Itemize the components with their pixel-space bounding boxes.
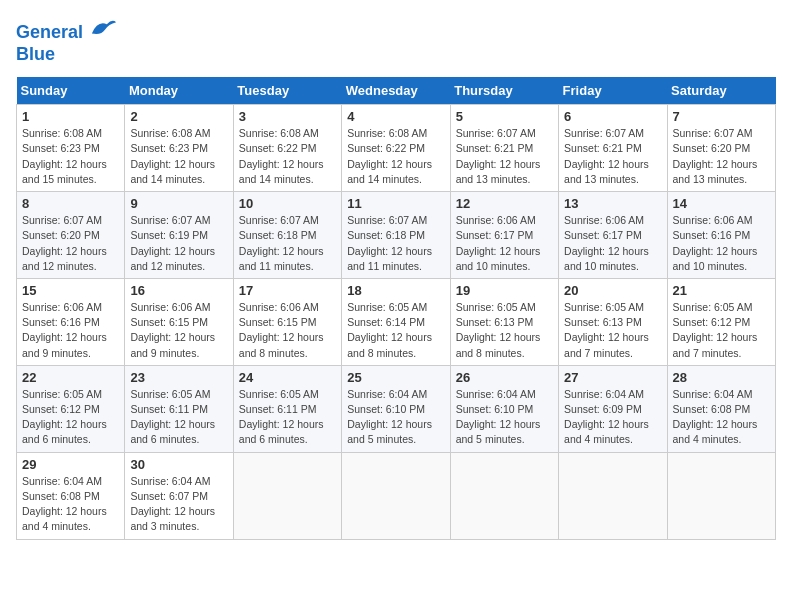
- day-header-tuesday: Tuesday: [233, 77, 341, 105]
- week-row-2: 8Sunrise: 6:07 AMSunset: 6:20 PMDaylight…: [17, 192, 776, 279]
- day-number: 18: [347, 283, 444, 298]
- day-info: Sunrise: 6:04 AMSunset: 6:10 PMDaylight:…: [347, 387, 444, 448]
- week-row-1: 1Sunrise: 6:08 AMSunset: 6:23 PMDaylight…: [17, 105, 776, 192]
- day-number: 19: [456, 283, 553, 298]
- week-row-3: 15Sunrise: 6:06 AMSunset: 6:16 PMDayligh…: [17, 278, 776, 365]
- calendar-cell: 16Sunrise: 6:06 AMSunset: 6:15 PMDayligh…: [125, 278, 233, 365]
- calendar-body: 1Sunrise: 6:08 AMSunset: 6:23 PMDaylight…: [17, 105, 776, 539]
- day-info: Sunrise: 6:08 AMSunset: 6:23 PMDaylight:…: [22, 126, 119, 187]
- day-info: Sunrise: 6:04 AMSunset: 6:07 PMDaylight:…: [130, 474, 227, 535]
- day-number: 24: [239, 370, 336, 385]
- calendar-cell: 9Sunrise: 6:07 AMSunset: 6:19 PMDaylight…: [125, 192, 233, 279]
- day-number: 8: [22, 196, 119, 211]
- day-info: Sunrise: 6:06 AMSunset: 6:15 PMDaylight:…: [130, 300, 227, 361]
- day-number: 7: [673, 109, 770, 124]
- day-number: 6: [564, 109, 661, 124]
- calendar-cell: 24Sunrise: 6:05 AMSunset: 6:11 PMDayligh…: [233, 365, 341, 452]
- day-info: Sunrise: 6:06 AMSunset: 6:16 PMDaylight:…: [22, 300, 119, 361]
- calendar-cell: 11Sunrise: 6:07 AMSunset: 6:18 PMDayligh…: [342, 192, 450, 279]
- day-number: 17: [239, 283, 336, 298]
- day-header-sunday: Sunday: [17, 77, 125, 105]
- calendar-cell: [667, 452, 775, 539]
- day-number: 22: [22, 370, 119, 385]
- day-header-monday: Monday: [125, 77, 233, 105]
- calendar-cell: 22Sunrise: 6:05 AMSunset: 6:12 PMDayligh…: [17, 365, 125, 452]
- calendar-cell: 25Sunrise: 6:04 AMSunset: 6:10 PMDayligh…: [342, 365, 450, 452]
- day-info: Sunrise: 6:05 AMSunset: 6:12 PMDaylight:…: [673, 300, 770, 361]
- calendar-table: SundayMondayTuesdayWednesdayThursdayFrid…: [16, 77, 776, 539]
- day-info: Sunrise: 6:07 AMSunset: 6:19 PMDaylight:…: [130, 213, 227, 274]
- day-info: Sunrise: 6:05 AMSunset: 6:14 PMDaylight:…: [347, 300, 444, 361]
- day-number: 2: [130, 109, 227, 124]
- day-info: Sunrise: 6:06 AMSunset: 6:16 PMDaylight:…: [673, 213, 770, 274]
- day-info: Sunrise: 6:07 AMSunset: 6:20 PMDaylight:…: [22, 213, 119, 274]
- day-number: 11: [347, 196, 444, 211]
- day-info: Sunrise: 6:04 AMSunset: 6:10 PMDaylight:…: [456, 387, 553, 448]
- calendar-header: SundayMondayTuesdayWednesdayThursdayFrid…: [17, 77, 776, 105]
- calendar-cell: 21Sunrise: 6:05 AMSunset: 6:12 PMDayligh…: [667, 278, 775, 365]
- calendar-cell: 29Sunrise: 6:04 AMSunset: 6:08 PMDayligh…: [17, 452, 125, 539]
- day-number: 12: [456, 196, 553, 211]
- calendar-cell: 28Sunrise: 6:04 AMSunset: 6:08 PMDayligh…: [667, 365, 775, 452]
- day-info: Sunrise: 6:07 AMSunset: 6:21 PMDaylight:…: [564, 126, 661, 187]
- day-number: 16: [130, 283, 227, 298]
- day-info: Sunrise: 6:05 AMSunset: 6:11 PMDaylight:…: [239, 387, 336, 448]
- day-number: 9: [130, 196, 227, 211]
- day-number: 4: [347, 109, 444, 124]
- calendar-cell: 19Sunrise: 6:05 AMSunset: 6:13 PMDayligh…: [450, 278, 558, 365]
- day-info: Sunrise: 6:06 AMSunset: 6:17 PMDaylight:…: [564, 213, 661, 274]
- day-header-saturday: Saturday: [667, 77, 775, 105]
- day-number: 14: [673, 196, 770, 211]
- calendar-cell: 18Sunrise: 6:05 AMSunset: 6:14 PMDayligh…: [342, 278, 450, 365]
- day-info: Sunrise: 6:07 AMSunset: 6:20 PMDaylight:…: [673, 126, 770, 187]
- day-info: Sunrise: 6:07 AMSunset: 6:18 PMDaylight:…: [239, 213, 336, 274]
- day-header-wednesday: Wednesday: [342, 77, 450, 105]
- day-number: 30: [130, 457, 227, 472]
- day-info: Sunrise: 6:08 AMSunset: 6:22 PMDaylight:…: [239, 126, 336, 187]
- calendar-cell: 7Sunrise: 6:07 AMSunset: 6:20 PMDaylight…: [667, 105, 775, 192]
- calendar-cell: [559, 452, 667, 539]
- day-info: Sunrise: 6:08 AMSunset: 6:22 PMDaylight:…: [347, 126, 444, 187]
- header-row: SundayMondayTuesdayWednesdayThursdayFrid…: [17, 77, 776, 105]
- calendar-cell: 5Sunrise: 6:07 AMSunset: 6:21 PMDaylight…: [450, 105, 558, 192]
- day-info: Sunrise: 6:07 AMSunset: 6:21 PMDaylight:…: [456, 126, 553, 187]
- page-header: General Blue: [16, 16, 776, 65]
- calendar-cell: 23Sunrise: 6:05 AMSunset: 6:11 PMDayligh…: [125, 365, 233, 452]
- day-info: Sunrise: 6:05 AMSunset: 6:11 PMDaylight:…: [130, 387, 227, 448]
- week-row-4: 22Sunrise: 6:05 AMSunset: 6:12 PMDayligh…: [17, 365, 776, 452]
- day-number: 15: [22, 283, 119, 298]
- calendar-cell: 3Sunrise: 6:08 AMSunset: 6:22 PMDaylight…: [233, 105, 341, 192]
- day-number: 5: [456, 109, 553, 124]
- day-info: Sunrise: 6:07 AMSunset: 6:18 PMDaylight:…: [347, 213, 444, 274]
- day-number: 1: [22, 109, 119, 124]
- calendar-cell: [233, 452, 341, 539]
- calendar-cell: 26Sunrise: 6:04 AMSunset: 6:10 PMDayligh…: [450, 365, 558, 452]
- day-number: 3: [239, 109, 336, 124]
- calendar-cell: 2Sunrise: 6:08 AMSunset: 6:23 PMDaylight…: [125, 105, 233, 192]
- logo: General Blue: [16, 16, 118, 65]
- day-number: 23: [130, 370, 227, 385]
- day-info: Sunrise: 6:04 AMSunset: 6:09 PMDaylight:…: [564, 387, 661, 448]
- day-number: 28: [673, 370, 770, 385]
- day-info: Sunrise: 6:08 AMSunset: 6:23 PMDaylight:…: [130, 126, 227, 187]
- day-number: 26: [456, 370, 553, 385]
- day-header-friday: Friday: [559, 77, 667, 105]
- day-info: Sunrise: 6:06 AMSunset: 6:15 PMDaylight:…: [239, 300, 336, 361]
- calendar-cell: 13Sunrise: 6:06 AMSunset: 6:17 PMDayligh…: [559, 192, 667, 279]
- calendar-cell: [342, 452, 450, 539]
- calendar-cell: 15Sunrise: 6:06 AMSunset: 6:16 PMDayligh…: [17, 278, 125, 365]
- day-number: 29: [22, 457, 119, 472]
- day-number: 20: [564, 283, 661, 298]
- calendar-cell: 4Sunrise: 6:08 AMSunset: 6:22 PMDaylight…: [342, 105, 450, 192]
- day-info: Sunrise: 6:05 AMSunset: 6:13 PMDaylight:…: [456, 300, 553, 361]
- day-info: Sunrise: 6:06 AMSunset: 6:17 PMDaylight:…: [456, 213, 553, 274]
- day-info: Sunrise: 6:05 AMSunset: 6:12 PMDaylight:…: [22, 387, 119, 448]
- calendar-cell: 1Sunrise: 6:08 AMSunset: 6:23 PMDaylight…: [17, 105, 125, 192]
- logo-bird-icon: [90, 16, 118, 38]
- week-row-5: 29Sunrise: 6:04 AMSunset: 6:08 PMDayligh…: [17, 452, 776, 539]
- calendar-cell: 8Sunrise: 6:07 AMSunset: 6:20 PMDaylight…: [17, 192, 125, 279]
- calendar-cell: 30Sunrise: 6:04 AMSunset: 6:07 PMDayligh…: [125, 452, 233, 539]
- day-number: 27: [564, 370, 661, 385]
- day-number: 13: [564, 196, 661, 211]
- day-number: 25: [347, 370, 444, 385]
